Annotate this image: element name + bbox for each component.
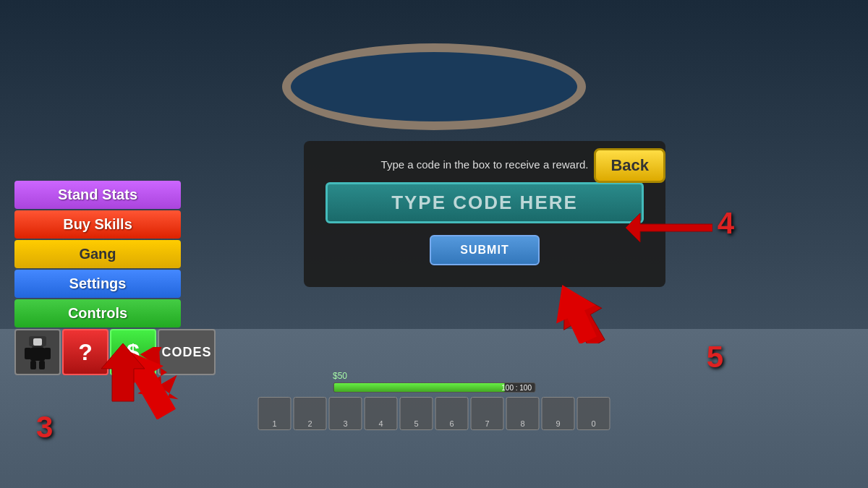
hotbar-slot-7[interactable]: 7	[471, 397, 504, 430]
left-menu: Stand Stats Buy Skills Gang Settings Con…	[14, 181, 181, 329]
step-5-label: 5	[707, 340, 723, 374]
code-input-wrapper	[326, 182, 644, 223]
controls-button[interactable]: Controls	[14, 299, 181, 328]
hotbar-slot-3[interactable]: 3	[329, 397, 362, 430]
svg-rect-4	[44, 348, 51, 359]
hotbar-slot-5[interactable]: 5	[400, 397, 433, 430]
hotbar-slot-8[interactable]: 8	[506, 397, 540, 430]
back-button[interactable]: Back	[594, 148, 665, 183]
money-count: 100 : 100	[501, 383, 532, 393]
svg-marker-12	[626, 213, 712, 242]
svg-marker-11	[101, 343, 145, 401]
gang-button[interactable]: Gang	[14, 240, 181, 268]
step-4-label: 4	[718, 206, 734, 241]
settings-button[interactable]: Settings	[14, 270, 181, 298]
money-label: $50	[333, 371, 347, 381]
svg-rect-2	[30, 348, 45, 361]
hotbar-slot-9[interactable]: 9	[542, 397, 575, 430]
fountain	[282, 43, 586, 130]
money-bar: 100 : 100	[333, 382, 535, 393]
money-fill	[333, 383, 504, 392]
hotbar-slot-1[interactable]: 1	[258, 397, 292, 430]
step-3-label: 3	[36, 410, 53, 445]
svg-rect-7	[33, 338, 42, 346]
player-icon-button[interactable]	[14, 329, 61, 375]
submit-button[interactable]: SUBMIT	[430, 235, 539, 265]
bottom-hud: $50 100 : 100 1 2 3 4 5 6 7 8 9 0	[258, 371, 610, 430]
hotbar-slot-2[interactable]: 2	[294, 397, 327, 430]
svg-rect-5	[30, 361, 36, 369]
hotbar-slot-6[interactable]: 6	[435, 397, 469, 430]
stand-stats-button[interactable]: Stand Stats	[14, 181, 181, 209]
buy-skills-button[interactable]: Buy Skills	[14, 210, 181, 239]
code-input[interactable]	[339, 192, 630, 214]
hotbar-slot-0[interactable]: 0	[577, 397, 610, 430]
hotbar-slot-4[interactable]: 4	[365, 397, 398, 430]
arrow-3-svg	[58, 340, 152, 405]
svg-rect-6	[39, 361, 45, 369]
svg-rect-3	[25, 348, 31, 359]
arrow-5-svg	[542, 278, 622, 343]
arrow-4-svg	[626, 206, 712, 249]
money-bar-container: $50 100 : 100	[333, 371, 535, 393]
hotbar: 1 2 3 4 5 6 7 8 9 0	[258, 397, 610, 430]
